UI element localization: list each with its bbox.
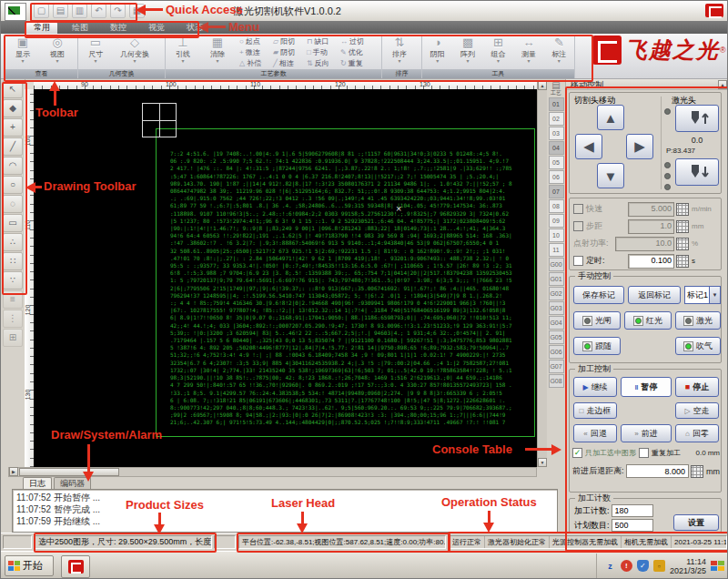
console-scroll-up-icon[interactable]: ▲ xyxy=(718,80,727,89)
open-icon[interactable]: ▤ xyxy=(53,4,68,18)
tool-select[interactable]: ↖ xyxy=(3,80,23,98)
tool-tool-12[interactable]: ≡ xyxy=(3,290,23,309)
param-checkbox-0[interactable] xyxy=(573,204,583,214)
trace-frame-button[interactable]: □走边框 xyxy=(573,402,617,419)
param-checkbox-1[interactable] xyxy=(573,221,583,231)
toggle-3-button[interactable]: 跟随 xyxy=(573,337,621,355)
laser-head-up-button[interactable] xyxy=(675,105,719,132)
alert-icon[interactable]: ! xyxy=(621,560,632,572)
ribbon-small-micro-joint[interactable]: +微连 xyxy=(238,46,272,57)
app-taskbar-button[interactable] xyxy=(61,555,90,578)
count-input[interactable] xyxy=(612,504,653,517)
layer-button-07[interactable]: 07 xyxy=(549,185,564,198)
layer-button-09[interactable]: 09 xyxy=(549,214,564,228)
ribbon-button-clear[interactable]: ▦清除▾ xyxy=(200,36,235,65)
keypad-icon[interactable] xyxy=(691,465,703,478)
save-icon[interactable]: ▥ xyxy=(72,4,87,18)
chevron-down-icon[interactable]: ▼ xyxy=(709,287,720,303)
laser-head-down-button[interactable] xyxy=(675,158,719,186)
ribbon-button-lead-line[interactable]: ⊥引线▾ xyxy=(166,36,200,65)
tool-rect[interactable]: ▭ xyxy=(3,214,23,232)
layer-button-G08[interactable]: G08 xyxy=(549,374,564,388)
jog-left-button[interactable]: ◀ xyxy=(575,134,602,159)
tool-ellipse[interactable]: ◌ xyxy=(3,195,23,213)
ribbon-small-compensation[interactable]: △补偿 xyxy=(238,57,272,68)
save-mark-button[interactable]: 保存标记 xyxy=(573,286,624,304)
ribbon-small-manual[interactable]: □手动 xyxy=(306,46,339,57)
toggle-4-button[interactable]: 吹气 xyxy=(675,337,721,355)
layer-button-10[interactable]: 10 xyxy=(549,229,564,242)
home-button[interactable]: ⌂回零 xyxy=(675,424,719,442)
keypad-icon[interactable] xyxy=(676,203,689,216)
jog-down-button[interactable]: ▼ xyxy=(597,163,624,188)
ribbon-small-optimize[interactable]: ✎优化 xyxy=(339,46,373,57)
toggle-0-button[interactable]: 光闸 xyxy=(573,311,621,330)
ime-icon[interactable]: z xyxy=(604,560,616,572)
ribbon-button-sort[interactable]: ⇅排序▾ xyxy=(382,36,417,65)
ribbon-small-inner-cut[interactable]: ▰阴切 xyxy=(272,46,306,57)
drawing-canvas[interactable]: 7::2 4:51.6. |19 7408:..!.00|4:.9 1|.6 5… xyxy=(34,89,537,467)
return-mark-button[interactable]: 返回标记 xyxy=(628,286,681,304)
scroll-up-icon[interactable]: ▲ xyxy=(538,81,547,90)
shield-icon[interactable]: ✓ xyxy=(637,560,649,572)
param-field-3[interactable]: 0.100 xyxy=(628,254,674,269)
tool-scatter-3[interactable]: ∵ xyxy=(3,271,23,290)
canvas-vscrollbar[interactable]: ▲ ▼ xyxy=(537,81,547,467)
ribbon-small-connect[interactable]: ╱相连 xyxy=(272,57,306,68)
layer-button-11[interactable]: 11 xyxy=(549,243,564,257)
layer-button-01[interactable]: 01 xyxy=(549,97,564,111)
layer-button-03[interactable]: 03 xyxy=(549,127,564,140)
backward-button[interactable]: «回退 xyxy=(573,424,617,442)
ribbon-small-notch[interactable]: ⊓缺口 xyxy=(306,36,339,46)
layer-button-05[interactable]: 05 xyxy=(549,156,564,169)
redo-icon[interactable]: ↷ xyxy=(110,4,126,18)
menu-tab-0[interactable]: 常用 xyxy=(26,22,57,34)
start-button[interactable]: 开始 xyxy=(5,555,54,576)
tool-circle[interactable]: ○ xyxy=(3,176,23,194)
ribbon-button-dimension[interactable]: ▭尺寸▾ xyxy=(78,36,113,65)
ribbon-button-combine[interactable]: ⊞组合▾ xyxy=(483,36,513,65)
scroll-right-icon[interactable]: ▶ xyxy=(9,467,18,476)
ribbon-small-reverse[interactable]: ⇅反向 xyxy=(306,57,339,68)
param-checkbox-3[interactable] xyxy=(573,256,583,266)
ribbon-button-annotate[interactable]: ✎标注▾ xyxy=(544,36,574,65)
tool-tool-13[interactable]: ⋮ xyxy=(3,310,23,328)
tool-arc[interactable]: ◠ xyxy=(3,157,23,175)
set-button[interactable]: 设置 xyxy=(673,514,719,531)
layer-button-02[interactable]: 02 xyxy=(549,112,564,126)
tool-scatter-1[interactable]: ∴ xyxy=(3,233,23,251)
continue-button[interactable]: ▶继续 xyxy=(573,377,617,397)
menu-tab-2[interactable]: 数控 xyxy=(103,22,134,34)
taskbar-clock[interactable]: 11:14 2021/3/25 xyxy=(670,557,706,575)
tool-tool-14[interactable]: ⊞ xyxy=(3,329,23,347)
distance-input[interactable] xyxy=(626,464,689,478)
menu-tab-3[interactable]: 视觉 xyxy=(141,22,172,34)
mark-select[interactable]: 标记1 ▼ xyxy=(684,286,721,304)
ribbon-small-over-cut[interactable]: ↔过切 xyxy=(339,36,373,46)
log-tab-0[interactable]: 日志 xyxy=(23,477,52,489)
layer-button-G02[interactable]: G02 xyxy=(549,287,564,300)
plan-input[interactable] xyxy=(612,519,653,532)
ribbon-button-display[interactable]: ▣显示▾ xyxy=(5,36,40,65)
repeat-checkbox[interactable] xyxy=(639,448,649,458)
only-selected-checkbox[interactable]: ✓ xyxy=(572,448,582,458)
tool-scatter-2[interactable]: ∷ xyxy=(3,252,23,270)
toggle-2-button[interactable]: 激光 xyxy=(675,311,721,330)
undo-icon[interactable]: ↶ xyxy=(91,4,106,18)
stop-button[interactable]: ■停止 xyxy=(675,377,719,397)
scrollbar-thumb[interactable] xyxy=(19,468,119,476)
layer-button-G07[interactable]: G07 xyxy=(549,360,564,373)
layer-button-G03[interactable]: G03 xyxy=(549,301,564,315)
language-flag-icon[interactable] xyxy=(711,561,724,571)
ribbon-small-outer-cut[interactable]: ▱阳切 xyxy=(272,36,306,46)
lock-icon[interactable]: ▫ xyxy=(653,560,665,572)
dry-run-button[interactable]: ▷空走 xyxy=(675,402,719,419)
keypad-icon[interactable] xyxy=(676,220,689,233)
keypad-icon[interactable] xyxy=(676,238,689,250)
layer-button-G05[interactable]: G05 xyxy=(549,330,564,344)
layer-button-G06[interactable]: G06 xyxy=(549,345,564,359)
menu-tab-1[interactable]: 绘图 xyxy=(65,22,96,34)
pause-button[interactable]: ‖暂停 xyxy=(621,377,672,397)
keypad-icon[interactable] xyxy=(676,255,689,268)
layer-button-06[interactable]: 06 xyxy=(549,170,564,184)
